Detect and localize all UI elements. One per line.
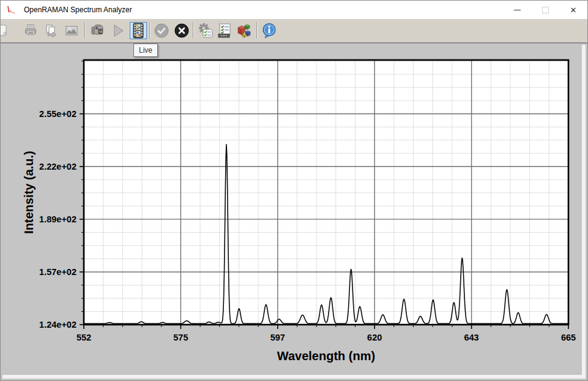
- app-window: OpenRAMAN Spectrum Analyzer ✕: [0, 0, 588, 381]
- svg-text:620: 620: [367, 333, 382, 342]
- live-tooltip-label: Live: [139, 46, 152, 55]
- svg-text:1.89e+02: 1.89e+02: [39, 214, 76, 224]
- svg-text:2.22e+02: 2.22e+02: [39, 162, 76, 172]
- live-tooltip: Live: [133, 43, 158, 57]
- svg-text:1.57e+02: 1.57e+02: [39, 267, 76, 277]
- svg-text:575: 575: [173, 333, 188, 342]
- svg-text:2.55e+02: 2.55e+02: [39, 109, 76, 119]
- x-axis-title: Wavelength (nm): [84, 349, 568, 363]
- spectrum-plot: 5525755976206436651.24e+021.57e+021.89e+…: [1, 1, 588, 381]
- svg-text:552: 552: [76, 333, 91, 342]
- svg-text:597: 597: [270, 333, 285, 342]
- svg-text:643: 643: [464, 333, 478, 342]
- svg-text:1.24e+02: 1.24e+02: [39, 320, 76, 330]
- panel-bevel: [2, 375, 586, 379]
- svg-text:665: 665: [561, 333, 576, 342]
- panel-bevel: [582, 45, 586, 377]
- y-axis-title: Intensity (a.u.): [22, 151, 36, 234]
